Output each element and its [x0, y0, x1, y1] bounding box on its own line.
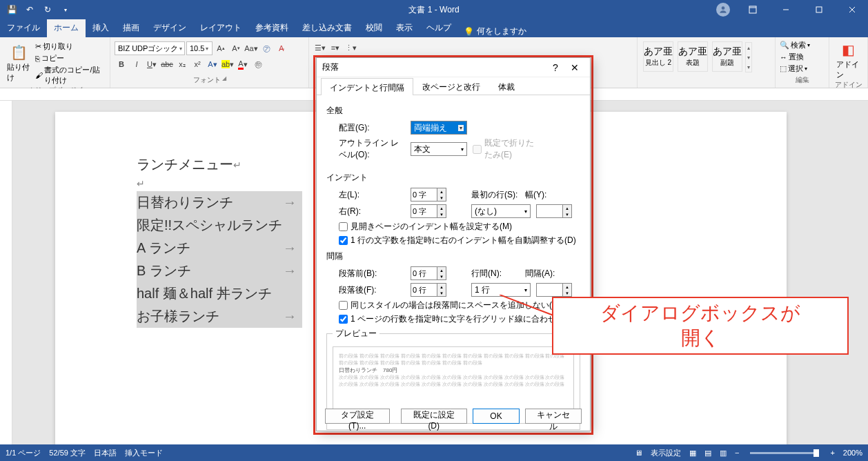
spin-up-icon[interactable]: ▲ [563, 205, 571, 211]
text-effects-button[interactable]: A▾ [206, 58, 219, 70]
mirror-indent-checkbox[interactable] [339, 222, 348, 231]
display-settings-icon[interactable]: 🖥 [635, 449, 642, 457]
doc-line[interactable]: A ランチ→ [137, 237, 302, 259]
spin-up-icon[interactable]: ▲ [437, 267, 446, 273]
select-button[interactable]: ⬚選択▾ [780, 63, 825, 74]
dialog-tab-indent[interactable]: インデントと行間隔 [321, 78, 413, 95]
doc-empty-line[interactable]: ↵ [137, 176, 302, 191]
set-default-button[interactable]: 既定に設定(D) [401, 409, 467, 424]
vertical-ruler[interactable] [0, 101, 12, 444]
bullets-button[interactable]: ☰▾ [313, 41, 327, 54]
space-after-spinner[interactable]: ▲▼ [411, 283, 446, 297]
tab-home[interactable]: ホーム [47, 19, 86, 37]
doc-line[interactable]: 限定!!スペシャルランチ [137, 214, 302, 237]
format-painter-button[interactable]: 🖌書式のコピー/貼り付け [35, 65, 106, 86]
copy-button[interactable]: ⎘コピー [35, 53, 106, 63]
auto-adjust-checkbox[interactable] [339, 236, 348, 245]
tell-me[interactable]: 💡 何をしますか [458, 26, 532, 37]
zoom-in-icon[interactable]: + [830, 449, 834, 457]
save-icon[interactable]: 💾 [4, 2, 19, 17]
ribbon-display-icon[interactable] [737, 0, 769, 19]
subscript-button[interactable]: x₂ [175, 58, 189, 70]
change-case-button[interactable]: Aa▾ [244, 42, 258, 55]
superscript-button[interactable]: x² [190, 58, 204, 70]
view-read-icon[interactable]: ▤ [704, 449, 711, 458]
spin-down-icon[interactable]: ▼ [437, 290, 446, 296]
font-launcher-icon[interactable]: ◢ [222, 75, 226, 85]
doc-line[interactable]: B ランチ→ [137, 259, 302, 282]
tab-review[interactable]: 校閲 [359, 19, 389, 37]
dialog-close-icon[interactable]: ✕ [565, 62, 584, 73]
status-language[interactable]: 日本語 [94, 448, 117, 458]
grow-font-button[interactable]: A▴ [214, 42, 228, 55]
doc-line[interactable]: 日替わりランチ→ [137, 191, 302, 214]
user-avatar-icon[interactable] [716, 3, 730, 17]
spacing-at-spinner[interactable]: ▲▼ [536, 283, 572, 297]
view-print-icon[interactable]: ▦ [689, 449, 696, 458]
font-color-button[interactable]: A▾ [236, 58, 250, 70]
tab-layout[interactable]: レイアウト [193, 19, 248, 37]
indent-by-spinner[interactable]: ▲▼ [536, 204, 572, 218]
status-page[interactable]: 1/1 ページ [6, 448, 41, 458]
tab-mailings[interactable]: 差し込み文書 [295, 19, 359, 37]
doc-title-line[interactable]: ランチメニュー↵ [137, 153, 302, 176]
status-words[interactable]: 52/59 文字 [49, 448, 86, 458]
bold-button[interactable]: B [115, 58, 128, 70]
spin-up-icon[interactable]: ▲ [437, 284, 446, 290]
status-insert-mode[interactable]: 挿入モード [125, 448, 163, 458]
zoom-slider[interactable] [750, 452, 819, 454]
strike-button[interactable]: abc [160, 58, 174, 70]
doc-line[interactable]: お子様ランチ→ [137, 305, 302, 328]
spin-down-icon[interactable]: ▼ [437, 273, 446, 279]
outline-combo[interactable]: 本文▾ [411, 142, 467, 156]
indent-left-spinner[interactable]: ▲▼ [411, 188, 446, 202]
style-heading2[interactable]: あア亜見出し 2 [643, 41, 673, 72]
undo-icon[interactable]: ↶ [22, 2, 37, 17]
status-zoom[interactable]: 200% [843, 449, 862, 457]
window-restore-icon[interactable] [803, 0, 835, 19]
font-size-combo[interactable]: 10.5▾ [186, 41, 213, 55]
spin-down-icon[interactable]: ▼ [437, 211, 446, 217]
clear-format-button[interactable]: A̶ [275, 42, 288, 55]
dialog-tab-break[interactable]: 改ページと改行 [413, 77, 489, 95]
window-close-icon[interactable] [836, 0, 868, 19]
cut-button[interactable]: ✂切り取り [35, 41, 106, 52]
style-subtitle[interactable]: あア亜副題 [712, 41, 742, 72]
doc-line[interactable]: half 麺＆half 丼ランチ [137, 282, 302, 305]
view-web-icon[interactable]: ▥ [720, 449, 727, 458]
cancel-button[interactable]: キャンセル [525, 409, 582, 424]
first-line-combo[interactable]: (なし)▾ [471, 204, 531, 218]
no-space-checkbox[interactable] [339, 301, 348, 310]
line-spacing-combo[interactable]: 1 行▾ [471, 283, 531, 297]
spin-up-icon[interactable]: ▲ [563, 284, 571, 290]
tab-help[interactable]: ヘルプ [420, 19, 458, 37]
find-button[interactable]: 🔍検索▾ [780, 40, 825, 50]
underline-button[interactable]: U▾ [145, 58, 159, 70]
spin-down-icon[interactable]: ▼ [563, 290, 571, 296]
numbering-button[interactable]: ≡▾ [328, 41, 342, 54]
style-title[interactable]: あア亜表題 [678, 41, 708, 72]
spin-down-icon[interactable]: ▼ [437, 195, 446, 201]
tabs-button[interactable]: タブ設定(T)... [325, 409, 390, 424]
shrink-font-button[interactable]: A▾ [229, 42, 243, 55]
dialog-tab-typography[interactable]: 体裁 [489, 77, 524, 95]
multilevel-button[interactable]: ⋮▾ [344, 41, 357, 54]
alignment-combo[interactable]: 両端揃え▾ [411, 121, 467, 135]
snap-grid-checkbox[interactable] [339, 315, 348, 324]
tab-insert[interactable]: 挿入 [86, 19, 116, 37]
enclose-char-button[interactable]: ㊞ [251, 58, 265, 70]
space-before-spinner[interactable]: ▲▼ [411, 266, 446, 280]
highlight-button[interactable]: ab▾ [221, 58, 235, 70]
replace-button[interactable]: ↔置換 [780, 52, 825, 62]
tab-references[interactable]: 参考資料 [248, 19, 295, 37]
window-minimize-icon[interactable] [770, 0, 802, 19]
italic-button[interactable]: I [130, 58, 144, 70]
paste-button[interactable]: 📋貼り付け [4, 41, 34, 83]
qat-customize-icon[interactable]: ▾ [58, 2, 73, 17]
font-name-combo[interactable]: BIZ UDPゴシック▾ [115, 41, 185, 55]
tab-view[interactable]: 表示 [389, 19, 420, 37]
indent-right-spinner[interactable]: ▲▼ [411, 204, 446, 218]
tab-draw[interactable]: 描画 [116, 19, 146, 37]
ok-button[interactable]: OK [473, 409, 520, 424]
spin-up-icon[interactable]: ▲ [437, 188, 446, 195]
